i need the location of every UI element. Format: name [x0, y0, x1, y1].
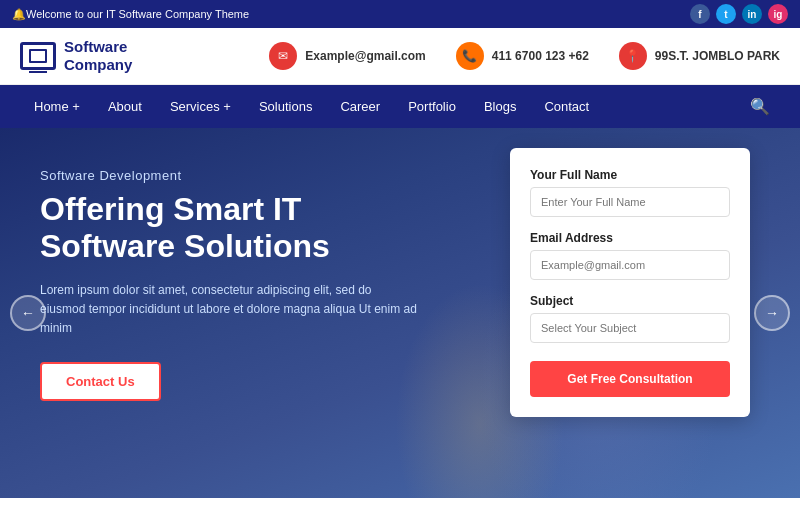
linkedin-icon[interactable]: in — [742, 4, 762, 24]
instagram-icon[interactable]: ig — [768, 4, 788, 24]
phone-value: 411 6700 123 +62 — [492, 49, 589, 63]
email-input[interactable] — [530, 250, 730, 280]
email-field-group: Email Address — [530, 231, 730, 280]
email-label: Email Address — [530, 231, 730, 245]
hero-description: Lorem ipsum dolor sit amet, consectetur … — [40, 281, 420, 339]
main-navbar: Home + About Services + Solutions Career… — [0, 85, 800, 128]
hero-section: ← Software Development Offering Smart IT… — [0, 128, 800, 498]
logo-icon — [20, 42, 56, 70]
subject-field-group: Subject — [530, 294, 730, 343]
location-icon: 📍 — [619, 42, 647, 70]
hero-title: Offering Smart ITSoftware Solutions — [40, 191, 420, 265]
contact-us-button[interactable]: Contact Us — [40, 362, 161, 401]
logo-line2: Company — [64, 56, 132, 73]
facebook-icon[interactable]: f — [690, 4, 710, 24]
consultation-submit-button[interactable]: Get Free Consultation — [530, 361, 730, 397]
nav-item-services[interactable]: Services + — [156, 85, 245, 128]
nav-items: Home + About Services + Solutions Career… — [20, 85, 603, 128]
nav-item-solutions[interactable]: Solutions — [245, 85, 326, 128]
subject-label: Subject — [530, 294, 730, 308]
name-input[interactable] — [530, 187, 730, 217]
subject-input[interactable] — [530, 313, 730, 343]
nav-item-blogs[interactable]: Blogs — [470, 85, 531, 128]
site-header: Software Company ✉ Example@gmail.com 📞 4… — [0, 28, 800, 85]
logo[interactable]: Software Company — [20, 38, 132, 74]
phone-icon: 📞 — [456, 42, 484, 70]
header-phone: 📞 411 6700 123 +62 — [456, 42, 589, 70]
name-field-group: Your Full Name — [530, 168, 730, 217]
header-email: ✉ Example@gmail.com — [269, 42, 425, 70]
announcement-text: 🔔Welcome to our IT Software Company Them… — [12, 8, 249, 21]
announcement-bar: 🔔Welcome to our IT Software Company Them… — [0, 0, 800, 28]
nav-item-portfolio[interactable]: Portfolio — [394, 85, 470, 128]
nav-item-contact[interactable]: Contact — [530, 85, 603, 128]
header-contact-info: ✉ Example@gmail.com 📞 411 6700 123 +62 📍… — [269, 42, 780, 70]
email-value: Example@gmail.com — [305, 49, 425, 63]
logo-text: Software Company — [64, 38, 132, 74]
twitter-icon[interactable]: t — [716, 4, 736, 24]
search-icon[interactable]: 🔍 — [740, 87, 780, 126]
logo-line1: Software — [64, 38, 127, 55]
social-icons: f t in ig — [690, 4, 788, 24]
consultation-form: Your Full Name Email Address Subject Get… — [510, 148, 750, 417]
hero-content: Software Development Offering Smart ITSo… — [40, 168, 420, 401]
header-location: 📍 99S.T. JOMBLO PARK — [619, 42, 780, 70]
nav-item-career[interactable]: Career — [326, 85, 394, 128]
nav-item-about[interactable]: About — [94, 85, 156, 128]
location-value: 99S.T. JOMBLO PARK — [655, 49, 780, 63]
nav-item-home[interactable]: Home + — [20, 85, 94, 128]
next-slide-button[interactable]: → — [754, 295, 790, 331]
hero-subtitle: Software Development — [40, 168, 420, 183]
email-icon: ✉ — [269, 42, 297, 70]
name-label: Your Full Name — [530, 168, 730, 182]
